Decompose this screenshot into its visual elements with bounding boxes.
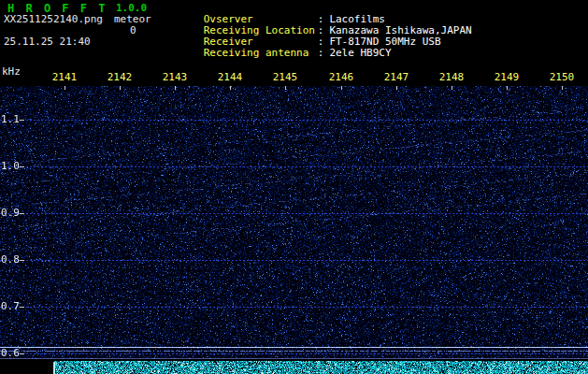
x-tick-label: 2149 [491, 72, 523, 83]
x-tick-label: 2145 [269, 72, 301, 83]
x-tick-label: 2141 [49, 72, 80, 83]
x-tick-label: 2144 [214, 72, 246, 83]
spectrogram-canvas [0, 86, 588, 359]
hrofft-window: H R O F F T 1.0.0 XX2511252140.png meteo… [0, 0, 588, 374]
x-tick-label: 2150 [546, 72, 578, 83]
spectrogram-panel: kHz 214121422143214421452146214721482149… [0, 62, 588, 374]
y-axis-unit-label: kHz [2, 65, 21, 78]
x-tick-label: 2143 [159, 72, 191, 83]
y-tick-label: 0.7 [1, 301, 20, 312]
x-tick-label: 2147 [380, 72, 412, 83]
info-value: 2ele HB9CY [329, 47, 391, 59]
x-tick-label: 2148 [436, 72, 467, 83]
meteor-count: 0 [130, 25, 136, 36]
info-row-observer: Ovserver:Lacofilms [166, 3, 472, 14]
level-strip-canvas [0, 361, 588, 374]
y-tick-label: 1.0 [1, 161, 20, 172]
station-info: Ovserver:Lacofilms Receiving Location:Ka… [166, 3, 472, 48]
y-tick-label: 0.8 [1, 254, 20, 266]
y-tick-label: 0.6 [1, 348, 20, 359]
y-tick-label: 0.9 [1, 208, 20, 219]
info-separator: : [318, 47, 324, 59]
x-tick-label: 2146 [325, 72, 357, 83]
info-label: Receiving antenna [204, 48, 318, 59]
filename: XX2511252140.png [4, 14, 103, 25]
y-tick-label: 1.1 [1, 114, 20, 125]
timestamp: 25.11.25 21:40 [4, 36, 91, 48]
x-tick-label: 2142 [104, 72, 136, 83]
